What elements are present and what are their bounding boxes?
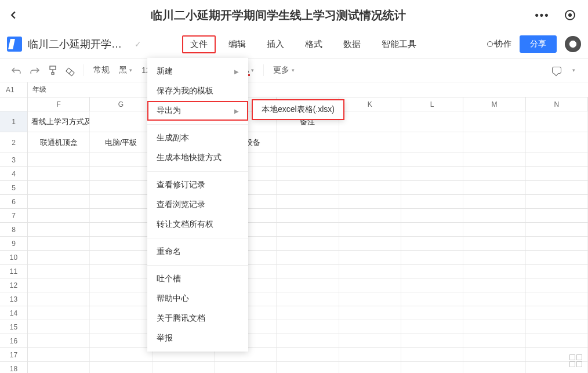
cell[interactable] <box>401 237 463 250</box>
cell[interactable] <box>463 334 525 347</box>
cell[interactable] <box>90 278 152 292</box>
row-header[interactable]: 18 <box>0 362 28 373</box>
cell[interactable] <box>463 111 525 132</box>
cell-reference[interactable]: A1 <box>0 82 28 97</box>
cell[interactable] <box>526 181 588 194</box>
cell[interactable] <box>463 132 525 153</box>
share-button[interactable]: 分享 <box>520 35 557 53</box>
cell[interactable] <box>277 334 339 347</box>
cell[interactable] <box>339 362 401 373</box>
cell[interactable] <box>339 209 401 222</box>
cell[interactable] <box>28 167 90 180</box>
cell[interactable] <box>277 195 339 208</box>
cell[interactable] <box>28 306 90 320</box>
cell[interactable]: 电脑/平板 <box>90 132 152 153</box>
cell[interactable] <box>526 111 588 132</box>
row-header[interactable]: 2 <box>0 132 28 153</box>
cell[interactable] <box>339 320 401 334</box>
cell[interactable] <box>28 320 90 334</box>
cell[interactable] <box>277 153 339 166</box>
cell[interactable] <box>401 153 463 166</box>
cell[interactable] <box>526 251 588 264</box>
cell[interactable] <box>401 132 463 153</box>
cell[interactable] <box>339 195 401 208</box>
comment-button[interactable] <box>549 64 565 76</box>
cell[interactable]: 看线上学习方式及人数 <box>28 111 90 132</box>
toolbar-more[interactable]: 更多▾ <box>270 63 298 78</box>
cell[interactable] <box>277 265 339 278</box>
style-selector[interactable]: 常规 <box>90 63 113 78</box>
dropdown-item[interactable]: 保存为我的模板 <box>147 81 248 101</box>
dropdown-item[interactable]: 举报 <box>147 328 248 348</box>
collab-button[interactable]: 协作 <box>487 39 511 49</box>
cell[interactable] <box>526 320 588 334</box>
row-header[interactable]: 17 <box>0 348 28 361</box>
cell[interactable] <box>277 167 339 180</box>
menu-edit[interactable]: 编辑 <box>220 35 254 53</box>
row-header[interactable]: 5 <box>0 181 28 194</box>
cell[interactable] <box>339 278 401 292</box>
cell[interactable] <box>339 292 401 306</box>
cell[interactable] <box>526 292 588 306</box>
cell[interactable] <box>277 348 339 361</box>
document-name[interactable]: 临川二小延期开学期... <box>28 37 126 51</box>
col-header[interactable]: F <box>28 97 90 111</box>
cell[interactable] <box>401 223 463 236</box>
menu-insert[interactable]: 插入 <box>259 35 292 53</box>
select-all-corner[interactable] <box>0 97 28 111</box>
cell[interactable] <box>277 292 339 306</box>
cell[interactable] <box>463 348 525 361</box>
cell[interactable] <box>526 278 588 292</box>
cell[interactable] <box>28 181 90 194</box>
cell[interactable] <box>277 223 339 236</box>
cell[interactable] <box>401 209 463 222</box>
cell[interactable] <box>90 292 152 306</box>
cell[interactable]: 联通机顶盒 <box>28 132 90 153</box>
format-painter-button[interactable] <box>45 63 60 77</box>
cell[interactable] <box>90 153 152 166</box>
cell[interactable] <box>463 209 525 222</box>
cell[interactable] <box>526 167 588 180</box>
cell[interactable] <box>526 132 588 153</box>
cell[interactable] <box>463 306 525 320</box>
col-header[interactable]: M <box>463 97 525 111</box>
font-color-selector[interactable]: 黑▾ <box>115 63 136 78</box>
cell[interactable] <box>526 306 588 320</box>
cell[interactable] <box>28 251 90 264</box>
cell[interactable] <box>90 362 152 373</box>
dropdown-item[interactable]: 重命名 <box>147 242 248 262</box>
cell[interactable] <box>339 181 401 194</box>
col-header[interactable]: N <box>526 97 588 111</box>
clear-format-button[interactable] <box>63 66 78 75</box>
menu-file[interactable]: 文件 <box>182 35 216 53</box>
cell[interactable] <box>90 111 152 132</box>
dropdown-item[interactable]: 生成本地快捷方式 <box>147 148 248 168</box>
dropdown-item[interactable]: 关于腾讯文档 <box>147 309 248 328</box>
dropdown-item[interactable]: 帮助中心 <box>147 289 248 309</box>
cell[interactable] <box>90 223 152 236</box>
cell[interactable] <box>463 278 525 292</box>
col-header[interactable]: G <box>90 97 152 111</box>
cell[interactable] <box>90 265 152 278</box>
cell[interactable] <box>526 223 588 236</box>
cell[interactable] <box>277 306 339 320</box>
export-xlsx-item[interactable]: 本地excel表格(.xlsx) <box>252 100 344 119</box>
cell[interactable] <box>401 167 463 180</box>
spreadsheet[interactable]: F G H I J K L M N 1看线上学习方式及人数备注2联通机顶盒电脑/… <box>0 97 588 373</box>
row-header[interactable]: 11 <box>0 265 28 278</box>
cell[interactable] <box>339 306 401 320</box>
cell[interactable] <box>90 167 152 180</box>
cell[interactable] <box>339 265 401 278</box>
cell[interactable] <box>526 195 588 208</box>
cell[interactable] <box>277 278 339 292</box>
cell[interactable] <box>28 334 90 347</box>
cell[interactable] <box>463 167 525 180</box>
cell[interactable] <box>277 181 339 194</box>
row-header[interactable]: 4 <box>0 167 28 180</box>
cell[interactable] <box>401 278 463 292</box>
cell[interactable] <box>339 348 401 361</box>
cell[interactable] <box>401 195 463 208</box>
cell[interactable] <box>526 153 588 166</box>
cell[interactable] <box>339 237 401 250</box>
cell[interactable] <box>339 251 401 264</box>
